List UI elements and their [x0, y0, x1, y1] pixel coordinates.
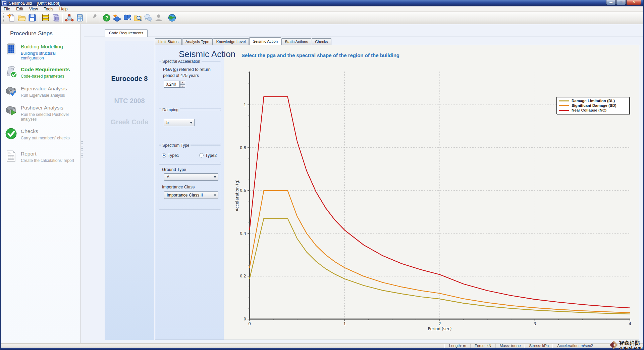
tab-static-actions[interactable]: Static Actions: [281, 38, 311, 45]
tab-analysis-type[interactable]: Analysis Type: [182, 38, 213, 45]
page-title: Seismic Action: [179, 49, 235, 59]
spin-down-icon[interactable]: ▼: [180, 84, 185, 88]
damping-group: Damping 5: [159, 110, 221, 144]
tab-limit-states[interactable]: Limit States: [155, 38, 182, 45]
settings-tabstrip: Limit States Analysis Type Knowledge Lev…: [155, 38, 332, 45]
svg-text:Period (sec): Period (sec): [428, 326, 452, 331]
menu-edit[interactable]: Edit: [13, 7, 26, 11]
chevron-down-icon: [214, 176, 216, 178]
type2-label: Type2: [205, 153, 217, 158]
damping-dropdown[interactable]: 5: [164, 119, 195, 126]
legend-label: Significant Damage (SD): [572, 103, 616, 107]
tab-knowledge-level[interactable]: Knowledge Level: [213, 38, 249, 45]
svg-text:0: 0: [244, 317, 246, 321]
report-icon[interactable]: [51, 13, 61, 23]
svg-text:0.4: 0.4: [240, 231, 246, 236]
toolbar: ?: [1, 12, 643, 24]
tab-checks[interactable]: Checks: [312, 38, 331, 45]
group-label: Damping: [161, 107, 180, 112]
sidebar-title: Procedure Steps: [10, 30, 53, 37]
type1-radio[interactable]: [162, 153, 166, 158]
sidebar-item-building-modelling[interactable]: Building Modelling Building's structural…: [4, 43, 78, 60]
toolbar-grip[interactable]: [3, 13, 4, 22]
toolbar-separator: [165, 13, 165, 23]
sidebar-item-report[interactable]: Report Create the calculations' report: [4, 150, 78, 167]
watermark-logo-icon: [609, 340, 619, 350]
forum-icon[interactable]: [143, 13, 153, 23]
calculator-icon[interactable]: [74, 13, 85, 23]
importance-class-dropdown[interactable]: Importance Class II: [164, 191, 218, 199]
group-label: Spectral Acceleration: [161, 59, 202, 64]
open-project-icon[interactable]: [16, 13, 27, 23]
ground-type-value: A: [167, 175, 169, 179]
procedure-steps-panel: Procedure Steps Building Modelling Build…: [1, 24, 80, 343]
sidebar-item-label: Report: [21, 151, 37, 157]
spin-up-icon[interactable]: ▲: [180, 81, 185, 84]
sidebar-item-pushover-analysis[interactable]: Pushover Analysis Run the selected Pusho…: [4, 104, 78, 121]
type2-radio[interactable]: [199, 153, 204, 158]
ground-type-dropdown[interactable]: A: [164, 173, 218, 181]
menu-file[interactable]: File: [1, 7, 13, 11]
save-project-icon[interactable]: [27, 13, 37, 23]
check-circle-icon: [5, 127, 17, 140]
website-globe-icon[interactable]: [167, 13, 177, 23]
example-browser-icon[interactable]: [132, 13, 143, 23]
svg-text:0.2: 0.2: [240, 274, 246, 278]
status-length: Length: m: [445, 344, 470, 348]
importance-class-label: Importance Class: [162, 185, 195, 189]
ground-type-label: Ground Type: [162, 167, 186, 172]
user-manual-icon[interactable]: [122, 13, 132, 23]
pga-description: PGA (g) referred to return period of 475…: [163, 67, 217, 79]
sidebar-item-label: Eigenvalue Analysis: [21, 86, 67, 92]
code-option-greek-code[interactable]: Greek Code: [105, 118, 154, 126]
sidebar-item-sublabel: Building's structural configuration: [21, 51, 78, 60]
document-tab-code-requirements[interactable]: Code Requirements: [105, 29, 148, 37]
model-viewer-icon[interactable]: [64, 13, 74, 23]
app-logo-icon: [2, 1, 7, 6]
pga-input[interactable]: [164, 81, 180, 88]
code-option-eurocode8[interactable]: Eurocode 8: [105, 75, 154, 83]
help-icon[interactable]: ?: [101, 13, 112, 23]
sidebar-item-label: Pushover Analysis: [21, 105, 63, 111]
status-stress: Stress: kPa: [525, 344, 553, 348]
sidebar-item-sublabel: Carry out members' checks: [21, 136, 70, 140]
legend-label: Damage Limitation (DL): [572, 99, 615, 103]
spectrum-plot: 00.20.40.60.8101234Period (sec)Accelarat…: [224, 45, 640, 339]
main-area: Code Requirements Eurocode 8 NTC 2008 Gr…: [84, 24, 643, 343]
status-mass: Mass: tonne: [495, 344, 525, 348]
sidebar-item-code-requirements[interactable]: Code Requirements Code-based parameters: [4, 65, 78, 83]
svg-text:2: 2: [438, 321, 441, 326]
legend-swatch: [559, 100, 569, 101]
spectrum-type-group: Spectrum Type Type1 Type2: [159, 145, 221, 163]
menu-tools[interactable]: Tools: [41, 7, 56, 11]
spectral-acceleration-group: Spectral Acceleration PGA (g) referred t…: [159, 61, 221, 109]
minimize-button[interactable]: ▬: [606, 0, 616, 5]
menu-help[interactable]: Help: [56, 7, 71, 11]
new-project-icon[interactable]: [6, 13, 16, 23]
svg-text:3: 3: [534, 321, 536, 326]
restore-button[interactable]: ❐: [616, 0, 626, 5]
damping-value: 5: [166, 120, 169, 125]
toolbar-separator: [86, 13, 87, 23]
spectrum-chart: 00.20.40.60.8101234Period (sec)Accelarat…: [224, 45, 639, 340]
support-icon[interactable]: [112, 13, 122, 23]
page-subtitle: Select the pga and the spectral shape of…: [241, 52, 399, 58]
title-bar: SeismoBuild [Untitled.bpf] ▬ ❐ ✕: [1, 0, 643, 6]
sidebar-item-eigenvalue-analysis[interactable]: Eigenvalue Analysis Run Eigenvalue analy…: [4, 85, 78, 102]
menu-view[interactable]: View: [26, 7, 41, 11]
code-option-ntc2008[interactable]: NTC 2008: [105, 97, 154, 105]
legend-swatch: [559, 105, 569, 106]
splitter-grip-icon: [82, 141, 83, 159]
tools-disabled-icon: [88, 13, 98, 23]
sidebar-item-label: Checks: [21, 128, 38, 134]
sidebar-splitter[interactable]: [80, 24, 84, 343]
legend-item: Significant Damage (SD): [559, 103, 627, 108]
tab-seismic-action[interactable]: Seismic Action: [249, 37, 281, 45]
seismic-action-page: Seismic ActionSelect the pga and the spe…: [155, 45, 639, 340]
sidebar-item-sublabel: Run the selected Pushover analyses: [21, 112, 78, 122]
sidebar-item-checks[interactable]: Checks Carry out members' checks: [4, 127, 78, 145]
section-properties-icon[interactable]: [40, 13, 51, 23]
close-button[interactable]: ✕: [626, 0, 641, 5]
app-window: SeismoBuild [Untitled.bpf] ▬ ❐ ✕ File Ed…: [0, 0, 644, 350]
watermark-brand: 智森消防: [619, 340, 643, 345]
